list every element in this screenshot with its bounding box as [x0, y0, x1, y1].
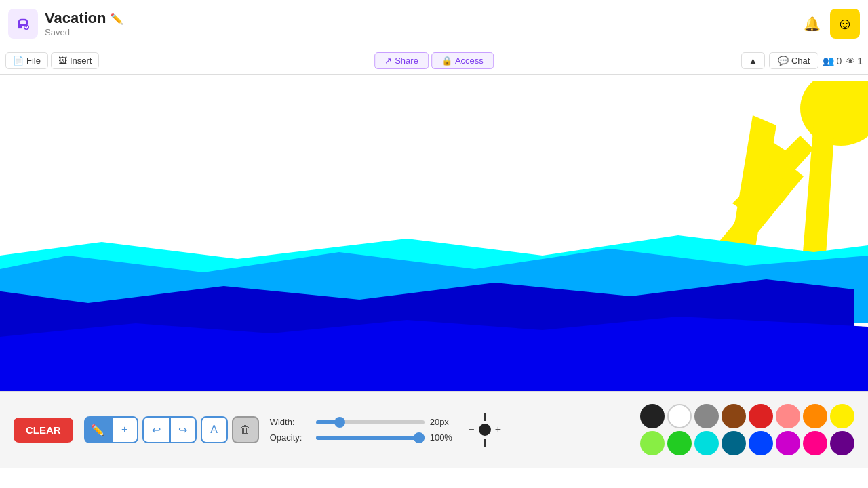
width-value: 20px	[430, 417, 460, 427]
bottom-toolbar: CLEAR ✏️ + ↩ ↪ A 🗑 Width:	[0, 391, 868, 468]
canvas-area[interactable]	[0, 75, 868, 391]
color-swatch-black[interactable]	[640, 404, 665, 428]
color-swatch-green[interactable]	[667, 431, 692, 455]
brush-tool[interactable]: ✏️	[84, 416, 111, 443]
access-icon: 🔒	[441, 56, 452, 66]
share-icon: ↗	[384, 56, 392, 66]
avatar[interactable]: ☺	[830, 9, 860, 39]
text-tool[interactable]: A	[201, 416, 228, 443]
color-swatch-light-green[interactable]	[640, 431, 665, 455]
redo-icon: ↪	[178, 424, 187, 436]
color-swatch-orange[interactable]	[803, 404, 827, 428]
add-tool[interactable]: +	[111, 416, 138, 443]
color-swatch-hot-pink[interactable]	[803, 431, 827, 455]
redo-button[interactable]: ↪	[170, 416, 197, 443]
header-right: 🔔 ☺	[799, 9, 860, 39]
access-label: Access	[455, 56, 484, 66]
undo-button[interactable]: ↩	[142, 416, 170, 443]
insert-icon: 🖼	[58, 56, 67, 66]
delete-tool[interactable]: 🗑	[232, 416, 259, 443]
file-icon: 📄	[13, 56, 24, 66]
chat-button[interactable]: 💬 Chat	[769, 52, 818, 69]
drawing-tools: ✏️ + ↩ ↪ A 🗑	[84, 416, 259, 443]
color-swatch-red[interactable]	[749, 404, 773, 428]
toolbar-right: ▲ 💬 Chat 👥 0 👁 1	[741, 52, 863, 69]
svg-point-1	[24, 24, 29, 30]
svg-rect-0	[15, 16, 31, 32]
color-swatch-purple[interactable]	[830, 431, 854, 455]
width-row: Width: 20px	[270, 417, 460, 427]
header: Vacation ✏️ Saved 🔔 ☺	[0, 0, 868, 47]
opacity-label: Opacity:	[270, 432, 311, 443]
color-swatch-blue[interactable]	[749, 431, 773, 455]
color-swatch-teal[interactable]	[722, 431, 746, 455]
brush-plus[interactable]: +	[495, 424, 501, 436]
toolbar-center: ↗ Share 🔒 Access	[374, 52, 494, 69]
doc-title: Vacation ✏️	[45, 9, 123, 27]
width-slider[interactable]	[316, 420, 425, 424]
eye-icon: 👁	[846, 56, 855, 66]
share-button[interactable]: ↗ Share	[374, 52, 429, 69]
edit-title-icon[interactable]: ✏️	[110, 12, 123, 25]
width-label: Width:	[270, 417, 311, 427]
collaborator-info: 👥 0 👁 1	[823, 56, 863, 66]
toolbar: 📄 File 🖼 Insert ↗ Share 🔒 Access ▲ 💬 Cha…	[0, 47, 868, 75]
brush-tick-top	[484, 413, 486, 421]
color-swatch-gray[interactable]	[694, 404, 719, 428]
brush-indicator: − +	[471, 413, 498, 447]
insert-button[interactable]: 🖼 Insert	[51, 52, 100, 69]
brush-minus[interactable]: −	[468, 424, 474, 436]
sliders-area: Width: 20px Opacity: 100%	[270, 417, 460, 443]
share-label: Share	[395, 56, 418, 66]
color-swatch-cyan[interactable]	[694, 431, 719, 455]
undo-redo-group: ↩ ↪	[142, 416, 197, 443]
brush-dot	[479, 424, 491, 436]
viewers-count: 👁 1	[846, 56, 863, 66]
opacity-row: Opacity: 100%	[270, 432, 460, 443]
insert-label: Insert	[70, 56, 92, 66]
text-icon: A	[210, 424, 218, 436]
notification-icon: 🔔	[804, 16, 821, 32]
notification-button[interactable]: 🔔	[799, 11, 825, 37]
collaborators-count: 👥 0	[823, 56, 842, 66]
color-swatch-white[interactable]	[667, 404, 692, 428]
opacity-slider[interactable]	[316, 436, 425, 440]
app-icon	[8, 9, 38, 39]
access-button[interactable]: 🔒 Access	[431, 52, 494, 69]
chat-label: Chat	[791, 56, 810, 66]
color-palette	[640, 404, 854, 455]
collapse-icon: ▲	[749, 56, 757, 66]
color-swatch-yellow[interactable]	[830, 404, 854, 428]
doc-title-text: Vacation	[45, 9, 106, 27]
chat-icon: 💬	[778, 56, 789, 66]
color-swatch-magenta[interactable]	[776, 431, 800, 455]
doc-status: Saved	[45, 27, 123, 37]
file-button[interactable]: 📄 File	[5, 52, 48, 69]
collapse-button[interactable]: ▲	[741, 52, 765, 69]
svg-point-2	[800, 81, 868, 146]
clear-button[interactable]: CLEAR	[14, 418, 73, 443]
color-swatch-pink[interactable]	[776, 404, 800, 428]
people-icon: 👥	[823, 56, 834, 66]
opacity-value: 100%	[430, 432, 460, 443]
brush-tick-bottom	[484, 439, 486, 447]
color-swatch-brown[interactable]	[722, 404, 746, 428]
add-icon: +	[121, 424, 127, 436]
undo-icon: ↩	[152, 424, 161, 436]
brush-icon: ✏️	[91, 424, 104, 436]
brush-tool-group: ✏️ +	[84, 416, 138, 443]
title-area: Vacation ✏️ Saved	[45, 9, 123, 37]
delete-icon: 🗑	[240, 424, 251, 436]
file-label: File	[26, 56, 41, 66]
